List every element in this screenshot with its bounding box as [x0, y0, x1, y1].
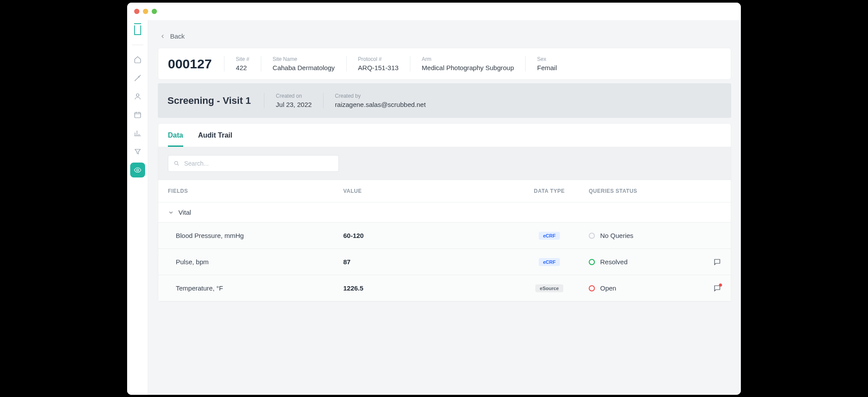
- meta-value: raizagene.salas@scrubbed.net: [335, 101, 426, 108]
- svg-point-3: [174, 161, 178, 164]
- meta-value: Femail: [537, 64, 557, 71]
- group-label: Vital: [178, 209, 191, 216]
- svg-point-2: [136, 169, 139, 171]
- search-icon: [174, 160, 180, 167]
- meta-label: Created by: [335, 93, 426, 99]
- sidebar: [127, 20, 148, 395]
- row-actions: [690, 284, 721, 292]
- datatype-pill: eSource: [535, 284, 563, 292]
- calendar-icon: [134, 111, 142, 119]
- status-indicator-open: [589, 285, 595, 291]
- row-status: Resolved: [589, 258, 676, 266]
- query-button[interactable]: [713, 284, 721, 292]
- table-row[interactable]: Temperature, °F 1226.5 eSource Open: [158, 275, 731, 301]
- search-input[interactable]: [184, 160, 333, 167]
- filter-icon: [134, 148, 142, 156]
- sidebar-item-review[interactable]: [130, 163, 145, 177]
- app-body: Back 000127 Site # 422 Site Name Cahaba …: [127, 20, 741, 395]
- subject-id: 000127: [168, 57, 224, 71]
- arrow-left-icon: [160, 33, 166, 39]
- sidebar-item-lab[interactable]: [130, 71, 145, 85]
- test-tube-icon: [134, 74, 142, 82]
- search-bar-container: [158, 147, 731, 180]
- subject-info-card: 000127 Site # 422 Site Name Cahaba Derma…: [158, 48, 731, 80]
- query-button[interactable]: [713, 258, 721, 266]
- chat-icon: [713, 258, 721, 266]
- tab-audit-trail[interactable]: Audit Trail: [198, 131, 232, 147]
- subject-info-row: 000127 Site # 422 Site Name Cahaba Derma…: [158, 48, 731, 79]
- header-fields: FIELDS: [168, 188, 343, 194]
- meta-sex: Sex Femail: [525, 56, 568, 71]
- status-text: Open: [600, 284, 616, 292]
- home-icon: [134, 56, 142, 64]
- table-row[interactable]: Blood Pressure, mmHg 60-120 eCRF No Quer…: [158, 223, 731, 249]
- close-window-icon[interactable]: [134, 9, 139, 14]
- meta-protocol: Protocol # ARQ-151-313: [346, 56, 410, 71]
- chevron-down-icon: [168, 209, 174, 216]
- eye-icon: [134, 166, 142, 174]
- meta-value: Jul 23, 2022: [276, 101, 312, 108]
- tabs: Data Audit Trail: [158, 124, 731, 147]
- meta-value: 422: [236, 64, 249, 71]
- maximize-window-icon[interactable]: [152, 9, 157, 14]
- row-field: Temperature, °F: [168, 284, 343, 292]
- row-field: Blood Pressure, mmHg: [168, 232, 343, 239]
- header-datatype: DATA TYPE: [510, 188, 589, 194]
- status-indicator-resolved: [589, 259, 595, 265]
- row-value: 1226.5: [343, 284, 510, 292]
- minimize-window-icon[interactable]: [143, 9, 148, 14]
- status-text: Resolved: [600, 258, 628, 266]
- app-window: Back 000127 Site # 422 Site Name Cahaba …: [127, 3, 741, 395]
- status-indicator-none: [589, 233, 595, 239]
- data-panel: Data Audit Trail FIELDS VALUE DATA TYPE …: [158, 123, 731, 302]
- bar-chart-icon: [134, 129, 142, 137]
- header-actions: [690, 188, 721, 194]
- row-value: 87: [343, 258, 510, 266]
- row-datatype: eCRF: [510, 258, 589, 266]
- window-titlebar: [127, 3, 741, 20]
- user-icon: [134, 92, 142, 100]
- datatype-pill: eCRF: [539, 258, 560, 266]
- sidebar-item-calendar[interactable]: [130, 107, 145, 122]
- meta-label: Sex: [537, 56, 557, 62]
- main-content: Back 000127 Site # 422 Site Name Cahaba …: [148, 20, 741, 395]
- meta-value: ARQ-151-313: [358, 64, 399, 71]
- meta-arm: Arm Medical Photography Subgroup: [410, 56, 525, 71]
- svg-rect-1: [135, 113, 141, 118]
- sidebar-item-reports[interactable]: [130, 126, 145, 141]
- table-row[interactable]: Pulse, bpm 87 eCRF Resolved: [158, 249, 731, 275]
- meta-label: Site #: [236, 56, 249, 62]
- datatype-pill: eCRF: [539, 232, 560, 240]
- sidebar-divider: [132, 45, 143, 45]
- sidebar-item-users[interactable]: [130, 89, 145, 104]
- svg-point-0: [136, 94, 139, 96]
- visit-header: Screening - Visit 1 Created on Jul 23, 2…: [158, 83, 731, 118]
- row-status: Open: [589, 284, 676, 292]
- meta-label: Protocol #: [358, 56, 399, 62]
- back-button[interactable]: Back: [160, 32, 731, 40]
- row-datatype: eSource: [510, 284, 589, 292]
- notification-dot-icon: [719, 284, 722, 287]
- group-toggle-vital[interactable]: Vital: [158, 202, 731, 223]
- row-value: 60-120: [343, 232, 510, 239]
- tab-data[interactable]: Data: [168, 131, 183, 147]
- sidebar-item-filter[interactable]: [130, 144, 145, 159]
- visit-created-by: Created by raizagene.salas@scrubbed.net: [323, 93, 437, 108]
- visit-created-on: Created on Jul 23, 2022: [264, 93, 323, 108]
- row-datatype: eCRF: [510, 231, 589, 240]
- meta-label: Arm: [422, 56, 514, 62]
- header-queries-status: QUERIES STATUS: [589, 188, 676, 194]
- meta-value: Medical Photography Subgroup: [422, 64, 514, 71]
- header-value: VALUE: [343, 188, 510, 194]
- search-field[interactable]: [168, 155, 339, 172]
- row-status: No Queries: [589, 232, 676, 239]
- meta-label: Site Name: [273, 56, 335, 62]
- meta-site-number: Site # 422: [224, 56, 261, 71]
- app-logo: [134, 25, 141, 35]
- visit-title: Screening - Visit 1: [167, 95, 264, 106]
- meta-label: Created on: [276, 93, 312, 99]
- row-actions: [690, 258, 721, 266]
- sidebar-item-home[interactable]: [130, 52, 145, 67]
- meta-site-name: Site Name Cahaba Dermatology: [261, 56, 346, 71]
- back-label: Back: [170, 32, 185, 40]
